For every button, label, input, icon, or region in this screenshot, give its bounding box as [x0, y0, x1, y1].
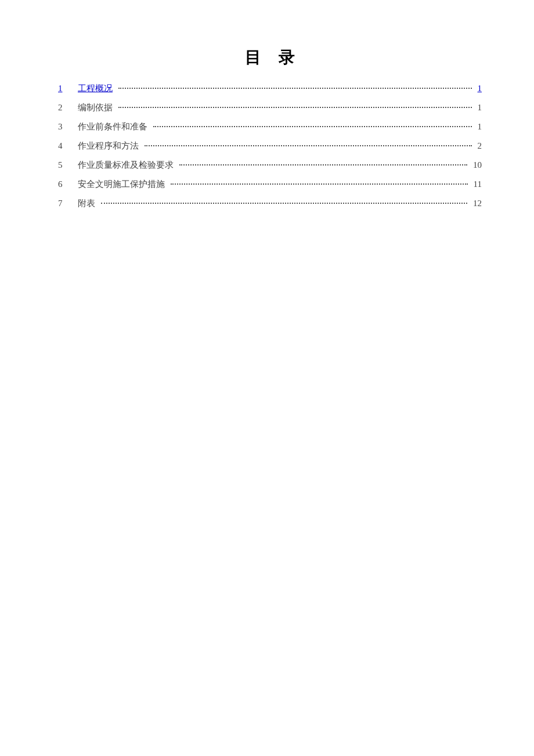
toc-number: 4 — [58, 136, 78, 156]
toc-entry: 4 作业程序和方法 2 — [58, 136, 482, 156]
toc-entry: 5 作业质量标准及检验要求 10 — [58, 156, 482, 175]
toc-number: 1 — [58, 79, 78, 98]
page-title: 目录 — [58, 46, 482, 69]
toc-label: 附表 — [78, 194, 99, 213]
toc-leader — [101, 203, 467, 204]
table-of-contents: 1 工程概况 1 2 编制依据 1 3 作业前条件和准备 1 4 作业程序和方法… — [58, 79, 482, 213]
toc-label: 作业前条件和准备 — [78, 117, 151, 136]
toc-entry: 6 安全文明施工保护措施 11 — [58, 175, 482, 194]
toc-leader — [118, 88, 472, 89]
toc-entry[interactable]: 1 工程概况 1 — [58, 79, 482, 98]
toc-page: 11 — [470, 175, 482, 194]
toc-number: 5 — [58, 156, 78, 175]
toc-entry: 2 编制依据 1 — [58, 98, 482, 117]
toc-leader — [171, 183, 468, 185]
toc-label: 编制依据 — [78, 98, 116, 117]
toc-entry: 3 作业前条件和准备 1 — [58, 117, 482, 136]
toc-label: 工程概况 — [78, 79, 116, 98]
toc-page: 2 — [474, 136, 482, 156]
toc-number: 7 — [58, 194, 78, 213]
toc-page: 1 — [474, 79, 482, 98]
toc-page: 10 — [470, 156, 482, 175]
toc-page: 1 — [474, 98, 482, 117]
toc-number: 3 — [58, 117, 78, 136]
toc-label: 安全文明施工保护措施 — [78, 175, 168, 194]
toc-number: 6 — [58, 175, 78, 194]
toc-entry: 7 附表 12 — [58, 194, 482, 213]
toc-leader — [118, 107, 472, 108]
toc-page: 1 — [474, 117, 482, 136]
toc-number: 2 — [58, 98, 78, 117]
toc-leader — [153, 126, 472, 127]
toc-label: 作业质量标准及检验要求 — [78, 156, 177, 175]
toc-page: 12 — [470, 194, 482, 213]
toc-leader — [145, 145, 472, 146]
toc-label: 作业程序和方法 — [78, 136, 142, 156]
toc-leader — [179, 164, 467, 165]
